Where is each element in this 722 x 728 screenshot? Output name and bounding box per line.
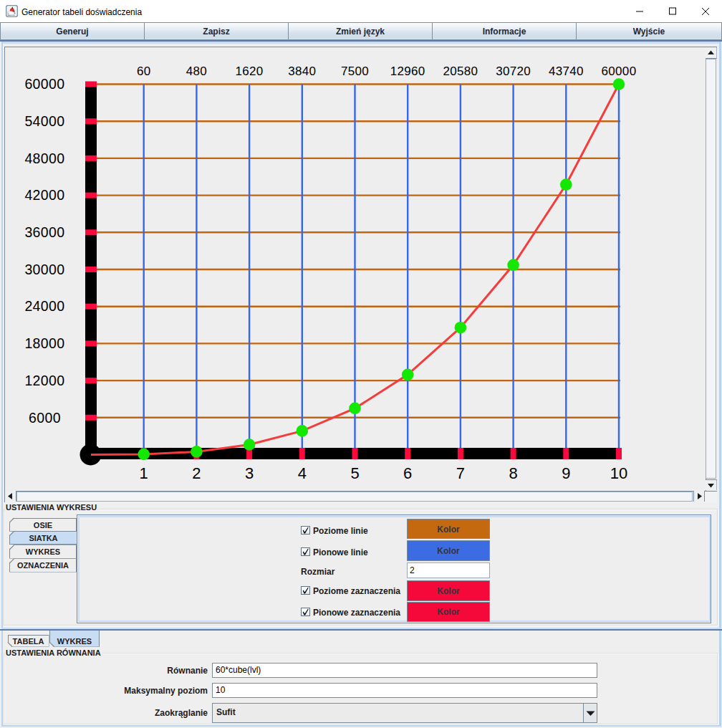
svg-text:6: 6 [403, 464, 412, 482]
svg-text:12000: 12000 [24, 373, 64, 388]
svg-text:42000: 42000 [24, 187, 64, 203]
svg-text:5: 5 [350, 464, 359, 482]
svg-text:7500: 7500 [341, 64, 369, 78]
svg-text:48000: 48000 [24, 150, 64, 166]
svg-text:60000: 60000 [602, 64, 637, 78]
svg-text:9: 9 [562, 464, 570, 482]
svg-text:36000: 36000 [24, 224, 64, 240]
svg-text:480: 480 [186, 64, 207, 78]
svg-text:1620: 1620 [236, 64, 264, 78]
svg-text:12960: 12960 [390, 64, 425, 78]
svg-text:1: 1 [140, 464, 148, 482]
svg-text:30720: 30720 [496, 64, 531, 78]
svg-text:60000: 60000 [24, 76, 64, 92]
svg-text:20580: 20580 [443, 64, 478, 78]
svg-text:18000: 18000 [24, 335, 64, 351]
svg-text:3840: 3840 [288, 64, 316, 78]
svg-text:8: 8 [509, 464, 517, 482]
svg-text:2: 2 [192, 464, 201, 482]
svg-text:30000: 30000 [24, 262, 64, 277]
svg-text:43740: 43740 [549, 64, 584, 78]
svg-text:54000: 54000 [24, 113, 64, 129]
svg-text:24000: 24000 [24, 298, 64, 314]
svg-text:10: 10 [610, 464, 627, 482]
svg-text:4: 4 [298, 464, 307, 482]
svg-text:7: 7 [456, 464, 465, 482]
svg-text:3: 3 [245, 464, 254, 482]
svg-text:60: 60 [137, 64, 151, 78]
svg-text:6000: 6000 [29, 410, 61, 426]
